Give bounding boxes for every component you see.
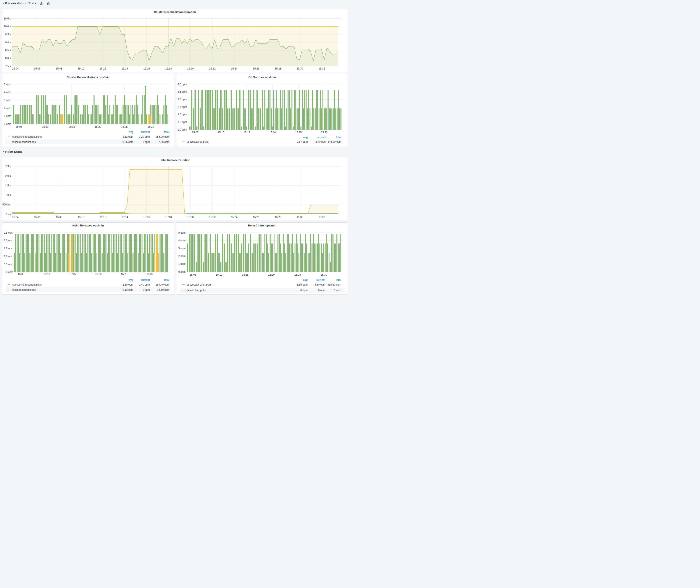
- svg-text:15:20: 15:20: [95, 273, 102, 276]
- svg-text:15:25: 15:25: [295, 131, 302, 134]
- svg-text:failed reconciliations: failed reconciliations: [12, 141, 36, 144]
- svg-text:15:20: 15:20: [269, 131, 276, 134]
- svg-text:256.80 opm: 256.80 opm: [156, 135, 169, 138]
- svg-text:2.0 opm: 2.0 opm: [177, 113, 187, 116]
- svg-text:1.0 opm: 1.0 opm: [177, 128, 187, 131]
- svg-text:2.87 opm: 2.87 opm: [297, 140, 308, 143]
- svg-text:15:30: 15:30: [321, 131, 327, 134]
- svg-text:2.0 s: 2.0 s: [5, 174, 11, 178]
- svg-text:2 opm: 2 opm: [178, 255, 185, 258]
- svg-text:15:12: 15:12: [100, 216, 106, 219]
- svg-text:failed reconciliations: failed reconciliations: [12, 288, 36, 291]
- svg-text:successful reconciliations: successful reconciliations: [12, 135, 42, 138]
- svg-text:15:32: 15:32: [319, 216, 325, 219]
- svg-text:total: total: [164, 131, 169, 134]
- svg-text:Cluster Reconciliations ops/mi: Cluster Reconciliations ops/min: [67, 76, 110, 79]
- svg-text:15.60 opm: 15.60 opm: [157, 288, 169, 291]
- svg-text:15:05: 15:05: [18, 273, 24, 276]
- svg-text:10.5 s: 10.5 s: [4, 17, 11, 20]
- svg-text:avg: avg: [303, 136, 308, 139]
- svg-text:254.40 opm: 254.40 opm: [156, 283, 169, 286]
- svg-text:failed chart pulls: failed chart pulls: [187, 289, 206, 292]
- svg-text:4.0 opm: 4.0 opm: [177, 83, 187, 86]
- svg-text:2.5 opm: 2.5 opm: [177, 105, 187, 108]
- svg-text:15:16: 15:16: [143, 67, 150, 70]
- svg-text:1.5 s: 1.5 s: [5, 184, 11, 187]
- svg-text:15:26: 15:26: [253, 216, 259, 219]
- svg-text:15:05: 15:05: [192, 131, 198, 134]
- svg-text:15:15: 15:15: [68, 125, 75, 128]
- svg-text:0 opm: 0 opm: [143, 288, 150, 291]
- svg-text:15:25: 15:25: [121, 273, 127, 276]
- svg-text:15:06: 15:06: [34, 67, 40, 70]
- svg-text:Helm Releases ops/min: Helm Releases ops/min: [72, 224, 104, 227]
- svg-text:15:08: 15:08: [56, 67, 62, 70]
- svg-text:2.12 opm: 2.12 opm: [123, 135, 133, 138]
- svg-text:8.0 s: 8.0 s: [5, 57, 11, 60]
- svg-text:successful git pulls: successful git pulls: [187, 140, 208, 143]
- svg-text:8.5 s: 8.5 s: [5, 49, 11, 52]
- svg-text:15:10: 15:10: [218, 131, 224, 134]
- svg-text:3.5 opm: 3.5 opm: [177, 90, 187, 93]
- svg-text:15:15: 15:15: [242, 273, 248, 276]
- svg-text:current: current: [141, 131, 150, 134]
- svg-text:7.5 s: 7.5 s: [5, 65, 11, 68]
- svg-text:Cluster Reconciliation Duratio: Cluster Reconciliation Duration: [154, 10, 196, 14]
- svg-text:7.20 opm: 7.20 opm: [158, 141, 169, 144]
- svg-text:0 opm: 0 opm: [4, 123, 11, 126]
- svg-text:4 opm: 4 opm: [178, 239, 185, 242]
- svg-text:0 opm: 0 opm: [318, 289, 325, 292]
- svg-text:1.20 opm: 1.20 opm: [139, 135, 150, 138]
- svg-text:1.5 opm: 1.5 opm: [4, 247, 13, 250]
- svg-text:1.5 opm: 1.5 opm: [177, 121, 187, 124]
- svg-text:15:10: 15:10: [42, 125, 48, 128]
- svg-text:0 ns: 0 ns: [6, 213, 11, 216]
- svg-text:3.85 opm: 3.85 opm: [297, 283, 307, 286]
- svg-text:1 opm: 1 opm: [178, 262, 185, 265]
- svg-text:2 opm: 2 opm: [4, 107, 11, 110]
- svg-text:15:22: 15:22: [209, 216, 216, 219]
- svg-text:500 ms: 500 ms: [2, 203, 11, 206]
- svg-text:0.5 opm: 0.5 opm: [4, 263, 13, 266]
- svg-text:15:25: 15:25: [121, 125, 128, 128]
- svg-text:15:04: 15:04: [12, 216, 18, 219]
- svg-text:15:15: 15:15: [69, 273, 76, 276]
- svg-text:2.10 opm: 2.10 opm: [123, 283, 133, 286]
- svg-text:15:25: 15:25: [294, 273, 301, 276]
- svg-text:15:18: 15:18: [165, 67, 172, 70]
- svg-text:4 opm: 4 opm: [4, 91, 11, 94]
- svg-text:1.0 s: 1.0 s: [5, 194, 11, 197]
- svg-text:current: current: [317, 136, 326, 139]
- svg-text:9.0 s: 9.0 s: [5, 41, 11, 44]
- svg-text:3.0 opm: 3.0 opm: [177, 98, 187, 101]
- svg-text:Helm Release Duration: Helm Release Duration: [160, 158, 190, 162]
- svg-text:465.60 opm: 465.60 opm: [327, 283, 341, 286]
- svg-text:15:30: 15:30: [147, 273, 153, 276]
- svg-text:total: total: [336, 136, 341, 139]
- svg-text:15:28: 15:28: [275, 216, 281, 219]
- svg-text:0.06 opm: 0.06 opm: [123, 141, 133, 144]
- svg-text:15:30: 15:30: [320, 273, 327, 276]
- svg-text:3 opm: 3 opm: [4, 99, 11, 102]
- svg-text:15:14: 15:14: [121, 67, 128, 70]
- svg-text:successful chart pulls: successful chart pulls: [187, 283, 211, 286]
- svg-text:1 opm: 1 opm: [4, 115, 11, 118]
- svg-text:15:20: 15:20: [95, 125, 101, 128]
- svg-text:15:30: 15:30: [297, 67, 303, 70]
- svg-text:15:14: 15:14: [121, 216, 128, 219]
- svg-text:15:12: 15:12: [100, 67, 106, 70]
- svg-text:15:10: 15:10: [44, 273, 50, 276]
- svg-text:15:22: 15:22: [209, 67, 216, 70]
- svg-text:avg: avg: [303, 278, 308, 281]
- svg-text:15:06: 15:06: [34, 216, 40, 219]
- svg-text:total: total: [164, 278, 169, 281]
- svg-text:15:28: 15:28: [275, 67, 281, 70]
- svg-text:15:10: 15:10: [78, 216, 84, 219]
- svg-text:9.5 s: 9.5 s: [5, 33, 11, 36]
- svg-text:15:20: 15:20: [187, 67, 194, 70]
- svg-text:1.0 opm: 1.0 opm: [4, 255, 13, 258]
- svg-text:avg: avg: [129, 131, 133, 134]
- svg-text:15:18: 15:18: [165, 216, 172, 219]
- svg-text:3 opm: 3 opm: [178, 247, 185, 250]
- svg-text:0 opm: 0 opm: [300, 289, 307, 292]
